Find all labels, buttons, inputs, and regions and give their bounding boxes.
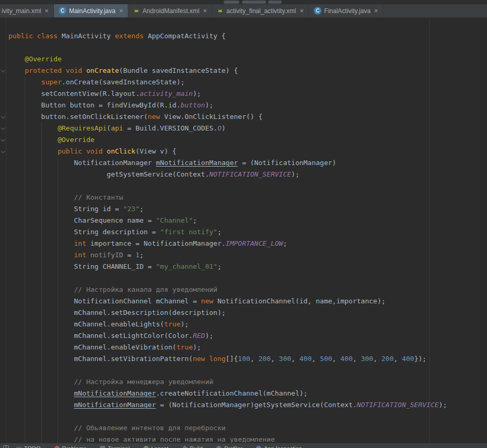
tool-window-stripe-icon[interactable] (3, 445, 9, 448)
statusbar-item-label: Profiler (224, 445, 242, 448)
code-token (205, 355, 209, 363)
code-token (8, 389, 74, 397)
code-token: int (74, 239, 86, 247)
statusbar-item-label: Terminal (108, 445, 130, 448)
tab-label: MainActivity.java (69, 7, 115, 15)
statusbar-item-label: Logcat (151, 445, 169, 448)
code-line[interactable]: super.onCreate(savedInstanceState); (8, 77, 487, 88)
code-line[interactable] (8, 42, 487, 53)
statusbar-item[interactable]: Problems (54, 445, 86, 448)
titlebar (0, 0, 487, 4)
fold-chevron-icon[interactable] (1, 149, 5, 153)
code-token: // Обьявление интентов для переброски (74, 424, 226, 432)
code-line[interactable]: button.setOnClickListener(new View.OnCli… (8, 111, 487, 123)
code-line[interactable]: // Константы (8, 192, 487, 203)
code-line[interactable]: mChannel.setDescription(description); (8, 307, 487, 319)
code-token (8, 378, 74, 386)
code-token (8, 251, 74, 259)
code-line[interactable]: String CHANNEL_ID = "my_channel_01"; (8, 261, 487, 272)
code-line[interactable]: mChannel.enableVibration(true); (8, 342, 487, 353)
code-line[interactable]: mNotificationManager.createNotificationC… (8, 388, 487, 399)
statusbar-item[interactable]: TODO (16, 445, 41, 448)
editor-tab[interactable]: AndroidManifest.xml× (128, 4, 212, 17)
code-token: ); (193, 90, 201, 97)
code-token: new (201, 297, 213, 305)
code-editor[interactable]: public class MainActivity extends AppCom… (0, 18, 487, 443)
code-token: ; (139, 251, 143, 259)
code-line[interactable]: NotificationChannel mChannel = new Notif… (8, 296, 487, 307)
code-token: , (373, 355, 382, 363)
code-token: button.setOnClickListener( (8, 113, 148, 121)
fold-chevron-icon[interactable] (1, 126, 5, 130)
code-line[interactable]: // Настройка менеджера уведомлений (8, 376, 487, 388)
fold-chevron-icon[interactable] (1, 68, 5, 72)
code-line[interactable]: mChannel.setVibrationPattern(new long[]{… (8, 353, 487, 365)
code-token: , (250, 355, 259, 363)
tab-close-icon[interactable]: × (374, 7, 379, 14)
code-line[interactable]: mNotificationManager = (NotificationMana… (8, 399, 487, 411)
code-line[interactable]: getSystemService(Context.NOTIFICATION_SE… (8, 169, 487, 180)
code-token: }); (414, 355, 426, 363)
code-token: , (353, 355, 361, 363)
editor-tab[interactable]: ivity_main.xml× (0, 4, 54, 17)
code-line[interactable]: public class MainActivity extends AppCom… (8, 30, 487, 42)
code-line[interactable]: String description = "first notify"; (8, 226, 487, 238)
code-line[interactable]: int importance = NotificationManager.IMP… (8, 238, 487, 249)
code-token: = (123, 251, 135, 259)
app-inspection-icon (256, 446, 261, 448)
problems-icon (54, 446, 60, 448)
code-line[interactable]: mChannel.enableLights(true); (8, 319, 487, 330)
titlebar-widget[interactable] (242, 1, 266, 4)
code-line[interactable]: CharSequence name = "Channel"; (8, 215, 487, 226)
code-line[interactable]: setContentView(R.layout.activity_main); (8, 88, 487, 100)
tab-close-icon[interactable]: × (119, 7, 123, 14)
statusbar-item[interactable]: Terminal (100, 445, 130, 448)
code-line[interactable]: NotificationManager mNotificationManager… (8, 157, 487, 169)
android-studio-window: ivity_main.xml×CMainActivity.java×Androi… (0, 0, 487, 448)
code-line[interactable]: String id = "23"; (8, 203, 487, 215)
fold-chevron-icon[interactable] (1, 137, 5, 141)
fold-chevron-icon[interactable] (1, 114, 5, 118)
code-line[interactable] (8, 365, 487, 376)
code-token: ); (181, 320, 189, 328)
code-token (103, 147, 107, 155)
code-line[interactable]: public void onClick(View v) { (8, 146, 487, 157)
code-line[interactable]: @Override (8, 53, 487, 65)
code-line[interactable]: Button button = findViewById(R.id.button… (8, 100, 487, 111)
statusbar-item[interactable]: Profiler (216, 445, 242, 448)
code-line[interactable]: @RequiresApi(api = Build.VERSION_CODES.O… (8, 123, 487, 134)
statusbar-item[interactable]: Logcat (143, 445, 169, 448)
code-token: 100 (238, 355, 250, 363)
editor-tab[interactable]: activity_final_activtity.xml× (212, 4, 309, 17)
code-token: Button button = findViewById(R.id. (8, 101, 181, 109)
code-line[interactable]: mChannel.setLightColor(Color.RED); (8, 330, 487, 342)
titlebar-widget[interactable] (268, 1, 282, 4)
editor-gutter (0, 18, 6, 443)
tab-close-icon[interactable]: × (203, 7, 207, 14)
code-token: mNotificationManager (156, 159, 238, 167)
code-token: 400 (402, 355, 414, 363)
code-line[interactable]: // Обьявление интентов для переброски (8, 422, 487, 434)
code-line[interactable]: // на новое активити после нажатия на ув… (8, 434, 487, 443)
statusbar-item[interactable]: Build (182, 445, 203, 448)
code-token: NotificationChannel(id, name,importance)… (213, 297, 385, 305)
code-token: new (148, 113, 160, 121)
code-line[interactable]: protected void onCreate(Bundle savedInst… (8, 65, 487, 77)
code-line[interactable] (8, 272, 487, 284)
code-line[interactable] (8, 180, 487, 192)
code-token: onCreate (86, 67, 119, 74)
statusbar-item[interactable]: App Inspection (256, 445, 302, 448)
tab-close-icon[interactable]: × (300, 7, 304, 14)
editor-tab[interactable]: CFinalActivity.java× (309, 4, 383, 17)
code-line[interactable]: @Override (8, 134, 487, 146)
code-line[interactable] (8, 411, 487, 422)
code-lines[interactable]: public class MainActivity extends AppCom… (0, 18, 487, 443)
code-line[interactable]: // Настройка канала для уведомлений (8, 284, 487, 296)
tab-close-icon[interactable]: × (45, 7, 49, 14)
titlebar-widget[interactable] (224, 1, 239, 4)
code-token: mNotificationManager (74, 401, 156, 409)
code-token: super (41, 78, 62, 86)
code-line[interactable]: int notifyID = 1; (8, 249, 487, 261)
code-token: ); (291, 170, 300, 178)
editor-tab[interactable]: CMainActivity.java× (54, 4, 128, 17)
